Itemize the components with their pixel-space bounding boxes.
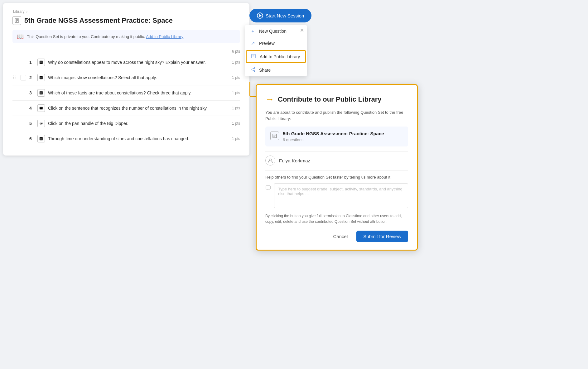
plus-icon: + bbox=[250, 28, 256, 34]
cancel-button[interactable]: Cancel bbox=[328, 231, 353, 242]
table-row: ⠿ 3 Which of these facts are true about … bbox=[12, 85, 240, 101]
submit-review-button[interactable]: Submit for Review bbox=[356, 231, 408, 242]
question-pts: 1 pts bbox=[228, 121, 240, 126]
svg-point-29 bbox=[251, 69, 252, 70]
question-list: ⠿ 1 Why do constellations appear to move… bbox=[12, 55, 240, 146]
qs-card-count: 6 questions bbox=[283, 137, 384, 142]
play-icon bbox=[257, 12, 263, 19]
contribute-dialog: → Contribute to our Public Library You a… bbox=[256, 84, 418, 251]
textarea-row bbox=[265, 183, 408, 208]
divider bbox=[265, 151, 408, 152]
start-session-label: Start New Session bbox=[266, 13, 304, 18]
start-session-button[interactable]: Start New Session bbox=[249, 9, 311, 22]
question-set-card: 5th Grade NGSS Assessment Practice: Spac… bbox=[265, 127, 408, 146]
question-number: 3 bbox=[29, 90, 34, 95]
dialog-description: You are about to contribute and publish … bbox=[265, 109, 408, 122]
total-pts: 6 pts bbox=[12, 49, 240, 54]
comment-icon bbox=[265, 185, 271, 192]
question-text: Click on the sentence that recognizes th… bbox=[48, 106, 224, 111]
library-icon bbox=[250, 54, 257, 60]
page-title: 5th Grade NGSS Assessment Practice: Spac… bbox=[24, 17, 173, 25]
svg-rect-4 bbox=[40, 61, 43, 64]
add-to-library-menu-item[interactable]: Add to Public Library bbox=[246, 50, 306, 63]
preview-icon: ↗ bbox=[250, 41, 256, 46]
question-type-icon bbox=[37, 104, 45, 112]
table-row: ⠿ 4 Click on the sentence that recognize… bbox=[12, 101, 240, 116]
svg-point-28 bbox=[254, 71, 255, 72]
question-type-icon bbox=[37, 59, 45, 66]
preview-label: Preview bbox=[259, 41, 275, 46]
question-pts: 1 pts bbox=[228, 137, 240, 141]
arrow-icon: → bbox=[265, 94, 274, 104]
svg-point-27 bbox=[254, 68, 255, 69]
question-text: Click on the pan handle of the Big Dippe… bbox=[48, 121, 224, 126]
table-row: ⠿ 5 Click on the pan handle of the Big D… bbox=[12, 116, 240, 131]
table-row: ⠿ 6 Through time our understanding of st… bbox=[12, 131, 240, 146]
divider-2 bbox=[265, 170, 408, 171]
drag-handle[interactable]: ⠿ bbox=[12, 75, 17, 81]
main-question-set-card: Library › 5th Grade NGSS Assessment Prac… bbox=[3, 3, 249, 156]
new-question-label: New Question bbox=[259, 29, 287, 34]
qs-icon bbox=[12, 16, 21, 25]
svg-point-17 bbox=[41, 123, 42, 124]
share-menu-item[interactable]: Share bbox=[245, 64, 307, 76]
question-type-icon bbox=[37, 120, 45, 127]
table-row: ⠿ 2 Which images show constellations? Se… bbox=[12, 70, 240, 85]
book-icon: 📖 bbox=[17, 33, 24, 40]
add-to-library-label: Add to Public Library bbox=[260, 54, 300, 59]
question-number: 4 bbox=[29, 106, 34, 111]
add-to-library-link[interactable]: Add to Public Library bbox=[146, 34, 183, 39]
author-name: Fulya Korkmaz bbox=[279, 158, 310, 163]
question-text: Which images show constellations? Select… bbox=[48, 75, 224, 80]
question-checkbox[interactable] bbox=[21, 75, 26, 80]
question-text: Why do constellations appear to move acr… bbox=[48, 60, 224, 65]
notice-text: This Question Set is private to you. Con… bbox=[27, 34, 145, 39]
help-label: Help others to find your Question Set fa… bbox=[265, 175, 408, 180]
qs-card-icon bbox=[270, 132, 279, 140]
question-pts: 1 pts bbox=[228, 60, 240, 65]
dialog-title-row: → Contribute to our Public Library bbox=[265, 94, 408, 104]
svg-line-30 bbox=[252, 68, 254, 69]
question-text: Which of these facts are true about cons… bbox=[48, 90, 224, 95]
share-label: Share bbox=[259, 68, 271, 73]
svg-line-31 bbox=[252, 70, 254, 71]
close-icon[interactable]: ✕ bbox=[300, 27, 304, 33]
permission-text: By clicking the button you give full per… bbox=[265, 213, 408, 224]
question-pts: 1 pts bbox=[228, 75, 240, 80]
title-row: 5th Grade NGSS Assessment Practice: Spac… bbox=[12, 16, 240, 25]
table-row: ⠿ 1 Why do constellations appear to move… bbox=[12, 55, 240, 70]
new-question-menu-item[interactable]: + New Question bbox=[245, 25, 307, 37]
question-type-icon bbox=[37, 89, 45, 97]
svg-rect-37 bbox=[266, 186, 270, 189]
question-text: Through time our understanding of stars … bbox=[48, 136, 224, 141]
preview-menu-item[interactable]: ↗ Preview bbox=[245, 37, 307, 50]
question-pts: 1 pts bbox=[228, 106, 240, 110]
question-type-icon bbox=[37, 74, 45, 81]
context-menu: ✕ + New Question ↗ Preview Add to Public… bbox=[245, 25, 307, 76]
question-number: 6 bbox=[29, 136, 34, 141]
share-icon bbox=[250, 67, 256, 73]
question-number: 2 bbox=[29, 75, 34, 80]
dialog-title: Contribute to our Public Library bbox=[278, 95, 381, 103]
qs-card-info: 5th Grade NGSS Assessment Practice: Spac… bbox=[283, 131, 384, 142]
question-type-icon bbox=[37, 135, 45, 142]
question-number: 5 bbox=[29, 121, 34, 126]
dialog-actions: Cancel Submit for Review bbox=[265, 231, 408, 242]
qs-card-name: 5th Grade NGSS Assessment Practice: Spac… bbox=[283, 131, 384, 136]
question-number: 1 bbox=[29, 60, 34, 65]
question-pts: 1 pts bbox=[228, 91, 240, 95]
breadcrumb-label[interactable]: Library bbox=[13, 9, 25, 14]
breadcrumb[interactable]: Library › bbox=[12, 9, 240, 14]
svg-rect-15 bbox=[40, 107, 43, 109]
author-row: Fulya Korkmaz bbox=[265, 156, 408, 165]
suggestion-textarea[interactable] bbox=[274, 183, 408, 208]
notice-bar: 📖 This Question Set is private to you. C… bbox=[12, 30, 240, 43]
avatar bbox=[265, 156, 275, 165]
